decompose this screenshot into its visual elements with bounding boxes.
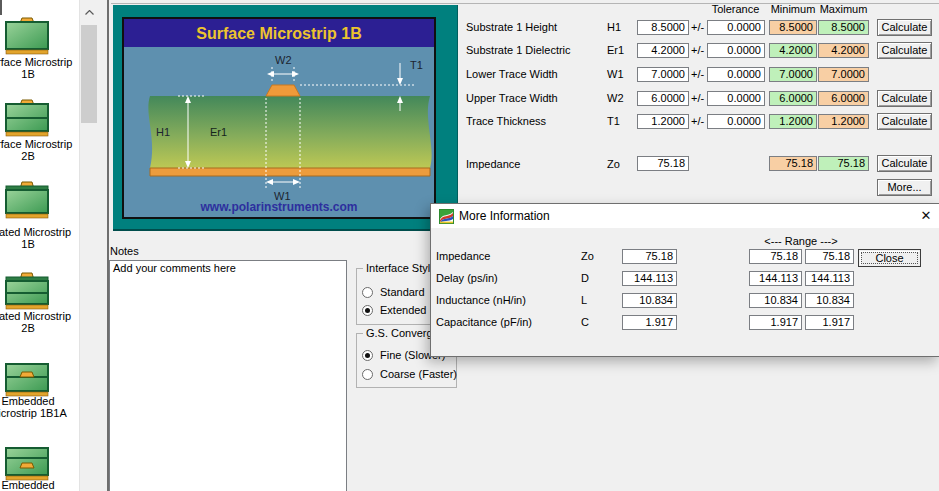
dialog-row-label: Capacitance (pF/in) (436, 316, 532, 328)
param-symbol: Er1 (607, 44, 624, 56)
param-symbol: T1 (607, 115, 620, 127)
dialog-range-min-box: 1.917 (749, 315, 802, 330)
tolerance-column-header: Tolerance (706, 3, 765, 15)
dialog-title: More Information (459, 209, 550, 223)
calculate-button[interactable]: Calculate (877, 19, 932, 36)
param-value-input[interactable]: 8.5000 (637, 20, 689, 35)
embedded-microstrip-1b1a-icon (5, 359, 49, 398)
range-header: <--- Range ---> (741, 235, 861, 247)
gs-convergence-fine-radio[interactable] (362, 350, 373, 361)
structure-diagram: Surface Microstrip 1B W2 (122, 17, 436, 219)
param-tolerance-input[interactable]: 0.0000 (707, 114, 765, 129)
notes-input[interactable]: Add your comments here (109, 260, 347, 491)
param-label: Substrate 1 Dielectric (466, 44, 571, 56)
structure-list-sidebar: Surface Microstrip1B Surface Microstrip2… (0, 0, 97, 491)
calculate-button[interactable]: Calculate (877, 42, 932, 59)
diagram-panel: Surface Microstrip 1B W2 (113, 5, 458, 231)
interface-style-extended-label[interactable]: Extended (380, 304, 426, 316)
param-maximum-value: 4.2000 (818, 43, 869, 58)
dialog-range-max-box: 1.917 (805, 315, 854, 330)
calculate-button[interactable]: Calculate (877, 90, 932, 107)
impedance-symbol: Zo (607, 158, 620, 170)
gs-convergence-coarse-label[interactable]: Coarse (Faster) (380, 368, 457, 380)
trace-shape (266, 85, 300, 96)
plus-minus-label: +/- (691, 44, 704, 56)
dialog-value-box: 144.113 (622, 271, 677, 286)
param-tolerance-input[interactable]: 0.0000 (707, 43, 765, 58)
notes-label: Notes (110, 245, 139, 257)
diagram-title: Surface Microstrip 1B (196, 25, 361, 42)
dialog-row-label: Inductance (nH/in) (436, 294, 526, 306)
param-value-input[interactable]: 6.0000 (637, 91, 689, 106)
dialog-row-symbol: D (581, 272, 589, 284)
plus-minus-label: +/- (691, 115, 704, 127)
param-minimum-value: 6.0000 (769, 91, 817, 106)
dialog-value-box: 75.18 (622, 249, 677, 264)
impedance-maximum-value: 75.18 (818, 156, 869, 171)
scrollbar-thumb[interactable] (81, 25, 97, 123)
param-tolerance-input[interactable]: 0.0000 (707, 67, 765, 82)
dialog-row-label: Delay (ps/in) (436, 272, 498, 284)
dialog-row-label: Impedance (436, 250, 490, 262)
dialog-value-box: 10.834 (622, 293, 677, 308)
param-symbol: H1 (607, 21, 621, 33)
interface-style-standard-label[interactable]: Standard (380, 286, 425, 298)
scroll-up-arrow-icon[interactable] (81, 3, 97, 22)
plus-minus-label: +/- (691, 92, 704, 104)
er1-label: Er1 (210, 126, 227, 138)
param-symbol: W2 (607, 92, 624, 104)
param-value-input[interactable]: 7.0000 (637, 67, 689, 82)
param-minimum-value: 4.2000 (769, 43, 817, 58)
website-text: www.polarinstruments.com (200, 200, 358, 214)
param-symbol: W1 (607, 68, 624, 80)
ground-plane-shape (150, 168, 430, 176)
param-minimum-value: 8.5000 (769, 20, 817, 35)
param-maximum-value: 6.0000 (818, 91, 869, 106)
dialog-close-icon[interactable]: ✕ (913, 207, 939, 225)
dialog-range-min-box: 144.113 (749, 271, 802, 286)
more-button[interactable]: More... (877, 179, 932, 196)
gs-convergence-coarse-radio[interactable] (362, 369, 373, 380)
substrate-shape (148, 96, 431, 168)
interface-style-standard-radio[interactable] (362, 287, 373, 298)
dialog-range-max-box: 10.834 (805, 293, 854, 308)
minimum-column-header: Minimum (769, 3, 817, 15)
param-label: Upper Trace Width (466, 92, 558, 104)
dialog-range-min-box: 75.18 (749, 249, 802, 264)
coated-microstrip-2b-icon (5, 272, 49, 311)
param-tolerance-input[interactable]: 0.0000 (707, 20, 765, 35)
dialog-titlebar[interactable]: More Information ✕ (431, 204, 939, 228)
impedance-value-input[interactable]: 75.18 (637, 156, 689, 171)
param-label: Substrate 1 Height (466, 21, 557, 33)
w2-label: W2 (275, 54, 292, 66)
plus-minus-label: +/- (691, 21, 704, 33)
dialog-range-max-box: 144.113 (805, 271, 854, 286)
impedance-label: Impedance (466, 158, 520, 170)
param-tolerance-input[interactable]: 0.0000 (707, 91, 765, 106)
sidebar-scrollbar[interactable] (79, 0, 97, 491)
selection-fragment (0, 0, 2, 15)
coated-microstrip-1b-icon (5, 181, 49, 220)
dialog-range-min-box: 10.834 (749, 293, 802, 308)
dialog-row-symbol: Zo (581, 250, 594, 262)
close-button[interactable]: Close (858, 249, 921, 267)
embedded-microstrip-icon (5, 443, 49, 482)
param-value-input[interactable]: 1.2000 (637, 114, 689, 129)
dialog-row-symbol: L (581, 294, 587, 306)
interface-style-extended-radio[interactable] (362, 305, 373, 316)
t1-label: T1 (410, 59, 423, 71)
param-maximum-value: 8.5000 (818, 20, 869, 35)
more-information-dialog: More Information ✕ <--- Range ---> Imped… (430, 203, 939, 357)
dialog-row-symbol: C (581, 316, 589, 328)
interface-style-group-label: Interface Style (363, 262, 439, 274)
plus-minus-label: +/- (691, 68, 704, 80)
param-label: Trace Thickness (466, 115, 546, 127)
param-minimum-value: 7.0000 (769, 67, 817, 82)
calculate-button[interactable]: Calculate (877, 113, 932, 130)
calculate-button[interactable]: Calculate (877, 155, 932, 172)
h1-label: H1 (156, 126, 170, 138)
param-value-input[interactable]: 4.2000 (637, 43, 689, 58)
maximum-column-header: Maximum (817, 3, 870, 15)
surface-microstrip-2b-icon (5, 99, 49, 138)
param-maximum-value: 1.2000 (818, 114, 869, 129)
